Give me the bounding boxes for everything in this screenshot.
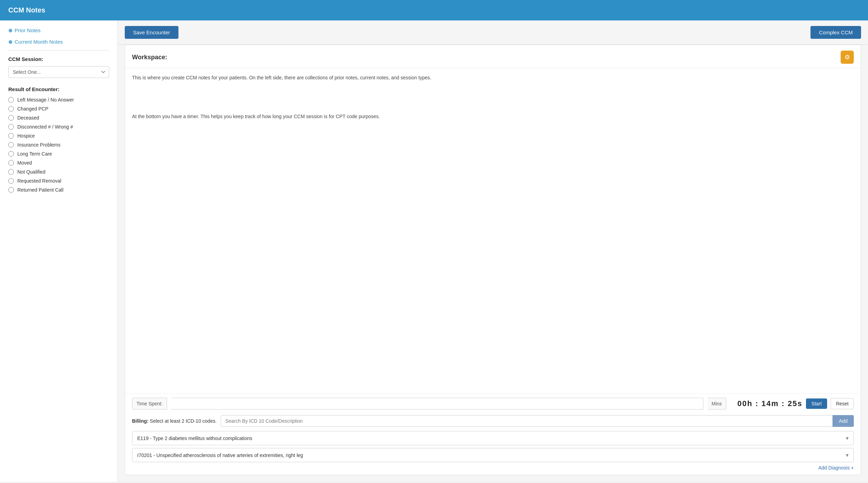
icd-code-1-chevron: ▾ <box>846 435 849 441</box>
workspace-textarea[interactable]: This is where you create CCM notes for y… <box>125 68 861 393</box>
icd-code-1-text: E119 - Type 2 diabetes mellitus without … <box>137 436 252 441</box>
toolbar: Save Encounter Complex CCM <box>118 20 868 45</box>
current-month-notes-icon: ⊕ <box>8 39 12 45</box>
app-title: CCM Notes <box>8 6 45 14</box>
billing-row: Billing: Select at least 2 ICD-10 codes.… <box>132 415 854 427</box>
radio-label-hospice: Hospice <box>17 133 35 139</box>
icd-code-row-1[interactable]: E119 - Type 2 diabetes mellitus without … <box>132 431 854 445</box>
timer-clock: 00h : 14m : 25s <box>737 399 803 408</box>
radio-label-changed-pcp: Changed PCP <box>17 106 49 112</box>
radio-returned-call[interactable] <box>8 187 14 193</box>
radio-deceased[interactable] <box>8 115 14 121</box>
icd-code-row-2[interactable]: I70201 - Unspecified atherosclerosis of … <box>132 448 854 462</box>
workspace-panel: Workspace: ⚙ This is where you create CC… <box>125 45 861 475</box>
radio-item-moved[interactable]: Moved <box>8 160 109 166</box>
radio-label-requested-removal: Requested Removal <box>17 178 61 184</box>
icd-search-input[interactable] <box>221 415 833 427</box>
add-diagnosis-link[interactable]: Add Diagnosis + <box>132 465 854 471</box>
prior-notes-link[interactable]: ⊕ Prior Notes <box>8 27 109 33</box>
current-month-notes-label: Current Month Notes <box>15 39 63 45</box>
workspace-header: Workspace: ⚙ <box>125 45 861 68</box>
radio-insurance[interactable] <box>8 142 14 148</box>
time-spent-label: Time Spent: <box>132 398 167 410</box>
current-month-notes-link[interactable]: ⊕ Current Month Notes <box>8 39 109 45</box>
sidebar: ⊕ Prior Notes ⊕ Current Month Notes CCM … <box>0 20 118 482</box>
radio-item-deceased[interactable]: Deceased <box>8 115 109 121</box>
workspace-title: Workspace: <box>132 54 167 61</box>
save-encounter-button[interactable]: Save Encounter <box>125 26 178 39</box>
radio-item-returned-call[interactable]: Returned Patient Call <box>8 187 109 193</box>
radio-item-not-qualified[interactable]: Not Qualified <box>8 169 109 175</box>
prior-notes-label: Prior Notes <box>15 27 41 33</box>
radio-requested-removal[interactable] <box>8 178 14 184</box>
radio-left-message[interactable] <box>8 97 14 103</box>
radio-item-left-message[interactable]: Left Message / No Answer <box>8 97 109 103</box>
radio-long-term-care[interactable] <box>8 151 14 157</box>
workspace-gear-button[interactable]: ⚙ <box>841 51 854 64</box>
radio-label-long-term-care: Long Term Care <box>17 151 52 157</box>
radio-item-disconnected[interactable]: Disconnected # / Wrong # <box>8 124 109 130</box>
billing-label: Billing: Select at least 2 ICD-10 codes. <box>132 418 217 424</box>
radio-not-qualified[interactable] <box>8 169 14 175</box>
radio-label-not-qualified: Not Qualified <box>17 169 45 175</box>
radio-item-insurance[interactable]: Insurance Problems <box>8 142 109 148</box>
sidebar-divider <box>8 50 109 51</box>
radio-disconnected[interactable] <box>8 124 14 130</box>
radio-hospice[interactable] <box>8 133 14 139</box>
radio-label-disconnected: Disconnected # / Wrong # <box>17 124 73 130</box>
billing-bold: Billing: <box>132 418 148 424</box>
icd-search-container: Add <box>221 415 854 427</box>
billing-instruction: Select at least 2 ICD-10 codes. <box>150 418 217 424</box>
radio-label-left-message: Left Message / No Answer <box>17 97 74 103</box>
radio-label-moved: Moved <box>17 160 32 166</box>
app-header: CCM Notes <box>0 0 868 20</box>
radio-item-long-term-care[interactable]: Long Term Care <box>8 151 109 157</box>
start-button[interactable]: Start <box>806 398 827 409</box>
ccm-session-label: CCM Session: <box>8 56 109 62</box>
bottom-section: Time Spent: Mins 00h : 14m : 25s Start R… <box>125 393 861 475</box>
radio-label-insurance: Insurance Problems <box>17 142 61 148</box>
prior-notes-icon: ⊕ <box>8 28 12 33</box>
icd-code-2-text: I70201 - Unspecified atherosclerosis of … <box>137 453 303 458</box>
gear-icon: ⚙ <box>844 53 850 61</box>
time-spent-input[interactable] <box>171 398 703 410</box>
timer-display: 00h : 14m : 25s Start Reset <box>737 398 854 409</box>
complex-ccm-button[interactable]: Complex CCM <box>810 26 861 39</box>
radio-item-hospice[interactable]: Hospice <box>8 133 109 139</box>
result-of-encounter-label: Result of Encounter: <box>8 86 109 92</box>
radio-label-returned-call: Returned Patient Call <box>17 187 63 193</box>
content-area: Save Encounter Complex CCM Workspace: ⚙ … <box>118 20 868 482</box>
radio-group: Left Message / No Answer Changed PCP Dec… <box>8 97 109 193</box>
timer-row: Time Spent: Mins 00h : 14m : 25s Start R… <box>132 398 854 410</box>
radio-changed-pcp[interactable] <box>8 106 14 112</box>
mins-label: Mins <box>708 398 727 410</box>
radio-item-changed-pcp[interactable]: Changed PCP <box>8 106 109 112</box>
radio-item-requested-removal[interactable]: Requested Removal <box>8 178 109 184</box>
icd-code-2-chevron: ▾ <box>846 452 849 458</box>
ccm-session-select[interactable]: Select One... <box>8 66 109 78</box>
radio-label-deceased: Deceased <box>17 115 39 121</box>
add-icd-button[interactable]: Add <box>833 415 854 427</box>
reset-button[interactable]: Reset <box>831 398 854 409</box>
radio-moved[interactable] <box>8 160 14 166</box>
